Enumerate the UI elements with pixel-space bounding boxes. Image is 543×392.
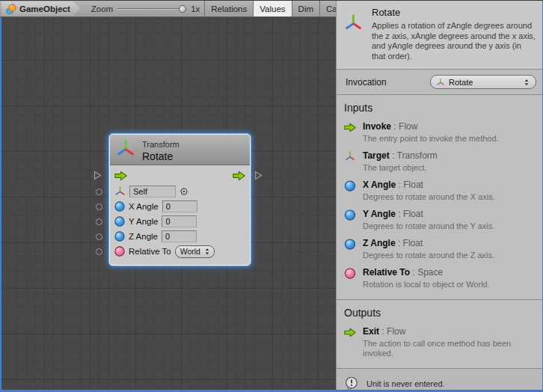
input-entry-z-angle: Z Angle : Float Degrees to rotate around… — [344, 238, 536, 260]
port-description: Degrees to rotate around the Z axis. — [363, 251, 535, 260]
float-port-icon — [344, 238, 357, 260]
z-angle-label: Z Angle — [129, 232, 158, 241]
tab-values[interactable]: Values — [253, 1, 291, 16]
input-entry-relative-to: Relative To : Space Rotation is local to… — [344, 267, 536, 290]
graph-canvas[interactable]: Transform Rotate Self X Angle — [1, 17, 336, 391]
graph-toolbar: GameObject Zoom 1x Relations Values Dim … — [0, 1, 336, 17]
y-angle-label: Y Angle — [129, 217, 158, 226]
target-input[interactable]: Self — [129, 186, 176, 197]
exit-flow-port-icon[interactable] — [233, 171, 245, 181]
port-type: : Flow — [393, 121, 417, 132]
z-angle-port-icon[interactable] — [114, 231, 125, 242]
outputs-section: Outputs Exit : Flow The action to call o… — [337, 300, 542, 368]
port-description: Degrees to rotate around the X axis. — [363, 192, 535, 202]
node-category: Transform — [142, 140, 180, 150]
invocation-value: Rotate — [449, 78, 518, 87]
port-type: : Float — [399, 180, 423, 190]
zoom-slider-knob[interactable] — [179, 5, 186, 13]
y-angle-port-connector[interactable] — [96, 218, 102, 225]
outputs-heading: Outputs — [344, 307, 536, 319]
toolbar-tabs: Relations Values Dim Carry — [204, 1, 353, 16]
port-type: : Transform — [392, 150, 438, 161]
dropdown-arrows-icon — [203, 247, 212, 256]
focus-border-left — [0, 17, 1, 392]
transform-axes-icon — [344, 13, 363, 34]
zoom-control: Zoom 1x — [91, 1, 200, 16]
object-picker-icon[interactable] — [180, 187, 188, 196]
port-name: X Angle — [363, 180, 396, 190]
port-name: Invoke — [363, 121, 391, 132]
port-type: : Flow — [381, 326, 405, 337]
zoom-value: 1x — [191, 4, 200, 13]
port-description: The action to call once method has been … — [363, 339, 535, 358]
port-name: Relative To — [363, 267, 410, 278]
flow-arrow-icon — [344, 121, 357, 144]
target-port-icon[interactable] — [114, 186, 126, 197]
tab-relations[interactable]: Relations — [204, 1, 253, 16]
gameobject-icon — [6, 4, 16, 14]
rotate-unit-node[interactable]: Transform Rotate Self X Angle — [109, 134, 251, 266]
breadcrumb-gameobject[interactable]: GameObject — [1, 1, 81, 16]
node-title: Rotate — [142, 150, 180, 164]
y-angle-input[interactable]: 0 — [162, 215, 197, 227]
zoom-label: Zoom — [91, 4, 113, 13]
panel-title: Rotate — [372, 7, 536, 18]
x-angle-port-connector[interactable] — [96, 203, 102, 210]
transform-axes-icon — [436, 78, 445, 87]
zoom-slider[interactable] — [117, 5, 186, 13]
relative-to-value: World — [180, 247, 200, 256]
port-name: Exit — [363, 326, 379, 337]
invoke-flow-port-icon[interactable] — [114, 171, 127, 181]
y-angle-port-icon[interactable] — [114, 216, 125, 227]
port-name: Z Angle — [363, 238, 396, 248]
inspector-panel: Rotate Applies a rotation of zAngle degr… — [336, 1, 542, 391]
x-angle-input[interactable]: 0 — [162, 200, 197, 212]
port-description: The entry point to invoke the method. — [363, 134, 535, 144]
transform-axes-icon — [116, 138, 135, 159]
port-description: Rotation is local to object or World. — [363, 280, 535, 290]
transform-axes-icon — [344, 150, 357, 173]
port-name: Y Angle — [363, 209, 396, 219]
port-description: The target object. — [363, 163, 535, 173]
float-port-icon — [344, 180, 357, 202]
space-port-icon — [344, 267, 357, 290]
flow-output-connector-icon[interactable] — [254, 171, 263, 180]
port-description: Degrees to rotate around the Y axis. — [363, 221, 535, 231]
z-angle-port-connector[interactable] — [96, 233, 102, 240]
input-entry-x-angle: X Angle : Float Degrees to rotate around… — [344, 180, 536, 202]
z-angle-input[interactable]: 0 — [162, 230, 197, 242]
port-type: : Space — [412, 267, 443, 278]
dropdown-arrows-icon — [522, 78, 531, 87]
invocation-row: Invocation Rotate — [337, 70, 542, 95]
inputs-section: Inputs Invoke : Flow The entry point to … — [337, 95, 542, 299]
float-port-icon — [344, 209, 357, 231]
node-header[interactable]: Transform Rotate — [110, 135, 250, 165]
invocation-dropdown[interactable]: Rotate — [430, 75, 536, 89]
invocation-label: Invocation — [346, 77, 387, 88]
unit-description-header: Rotate Applies a rotation of zAngle degr… — [337, 1, 542, 70]
relative-to-port-connector[interactable] — [96, 248, 102, 255]
input-entry-invoke: Invoke : Flow The entry point to invoke … — [344, 121, 536, 144]
relative-to-label: Relative To — [129, 247, 171, 256]
warning-text: Unit is never entered. — [366, 379, 445, 388]
target-port-connector[interactable] — [96, 189, 102, 195]
node-body: Self X Angle 0 Y Angle 0 Z Angle 0 — [110, 165, 250, 265]
x-angle-port-icon[interactable] — [114, 201, 125, 212]
breadcrumb-label: GameObject — [19, 4, 70, 13]
port-type: : Float — [398, 209, 423, 219]
port-name: Target — [363, 150, 390, 161]
input-entry-y-angle: Y Angle : Float Degrees to rotate around… — [344, 209, 536, 231]
zoom-slider-track — [117, 8, 186, 10]
bolt-graph-window: GameObject Zoom 1x Relations Values Dim … — [0, 0, 543, 392]
flow-arrow-icon — [344, 326, 357, 358]
x-angle-label: X Angle — [129, 202, 159, 211]
tab-dim[interactable]: Dim — [292, 1, 319, 16]
warning-bubble-icon — [344, 376, 359, 391]
panel-description: Applies a rotation of zAngle degrees aro… — [372, 21, 536, 61]
output-entry-exit: Exit : Flow The action to call once meth… — [344, 326, 536, 358]
port-type: : Float — [398, 238, 423, 248]
warning-row: Unit is never entered. — [337, 368, 542, 392]
relative-to-dropdown[interactable]: World — [175, 245, 215, 258]
relative-to-port-icon[interactable] — [114, 246, 125, 257]
flow-input-connector-icon[interactable] — [93, 171, 102, 180]
